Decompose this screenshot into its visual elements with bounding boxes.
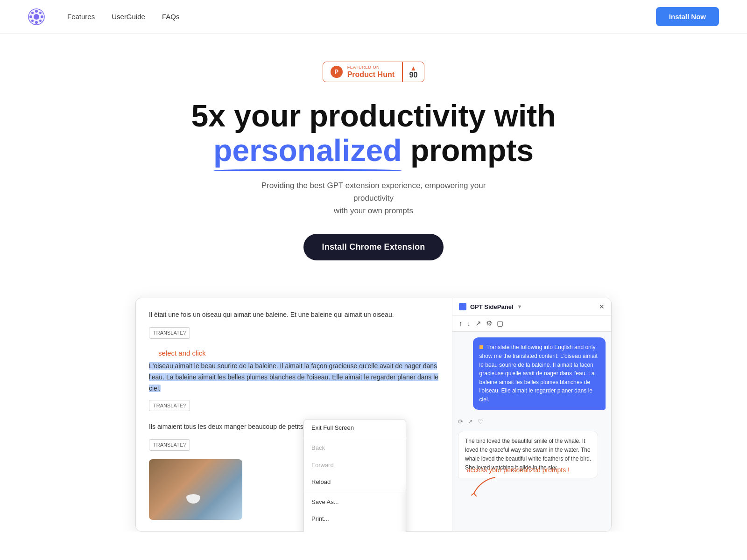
nav-features[interactable]: Features — [67, 13, 95, 21]
translate-badge-3[interactable]: TRANSLATE? — [149, 439, 190, 451]
like-icon[interactable]: ♡ — [478, 418, 483, 425]
ph-left: P FEATURED ON Product Hunt — [323, 65, 402, 79]
access-label-area: access your personalized prompts ! — [467, 466, 570, 499]
panel-title-text: GPT SidePanel — [470, 303, 513, 310]
hero-subtext: Providing the best GPT extension experie… — [252, 179, 495, 217]
arrow-icon — [467, 476, 504, 499]
svg-point-8 — [31, 20, 34, 22]
nav-left: Features UserGuide FAQs — [28, 8, 179, 25]
panel-body: Translate the following into English and… — [452, 332, 611, 531]
svg-point-5 — [41, 15, 43, 18]
user-message: Translate the following into English and… — [473, 337, 606, 409]
install-now-button[interactable]: Install Now — [656, 7, 719, 26]
svg-point-3 — [35, 21, 38, 24]
svg-point-1 — [34, 14, 39, 20]
french-text-1: Il était une fois un oiseau qui aimait u… — [149, 309, 439, 321]
share-icon[interactable]: ↗ — [468, 418, 473, 425]
install-chrome-button[interactable]: Install Chrome Extension — [303, 234, 444, 260]
cm-back[interactable]: Back — [304, 440, 406, 456]
demo-section: Il était une fois un oiseau qui aimait u… — [117, 298, 630, 532]
selected-text-span: L'oiseau aimait le beau sourire de la ba… — [149, 362, 438, 392]
ph-arrow-icon: ▲ — [410, 65, 416, 71]
headline-highlight: personalized — [213, 133, 402, 168]
hero-section: P FEATURED ON Product Hunt ▲ 90 5x your … — [0, 34, 747, 279]
toolbar-share-icon[interactable]: ↗ — [475, 319, 481, 328]
cm-reload[interactable]: Reload — [304, 474, 406, 490]
panel-dropdown-icon[interactable]: ▼ — [517, 304, 522, 309]
nav-links: Features UserGuide FAQs — [67, 13, 179, 21]
ph-vote-count: 90 — [409, 71, 418, 79]
toolbar-settings-icon[interactable]: ⚙ — [486, 319, 492, 328]
copy-icon[interactable]: ⟳ — [458, 418, 463, 425]
logo-icon — [28, 8, 45, 25]
cm-save-as[interactable]: Save As... — [304, 494, 406, 511]
navbar: Features UserGuide FAQs Install Now — [0, 0, 747, 34]
demo-webpage: Il était une fois un oiseau qui aimait u… — [136, 298, 452, 531]
hero-headline: 5x your productivity with personalized p… — [191, 99, 556, 168]
ph-featured-label: FEATURED ON — [347, 65, 380, 70]
msg-user-actions: ⟳ ↗ ♡ — [458, 418, 606, 425]
svg-point-4 — [29, 15, 32, 18]
toolbar-layout-icon[interactable]: ▢ — [497, 319, 503, 328]
select-click-label: select and click — [158, 347, 439, 359]
user-message-text: Translate the following into English and… — [479, 344, 598, 403]
selected-french-text: L'oiseau aimait le beau sourire de la ba… — [149, 361, 439, 394]
product-hunt-badge[interactable]: P FEATURED ON Product Hunt ▲ 90 — [323, 62, 425, 82]
headline-part3: prompts — [402, 133, 534, 168]
panel-logo-icon — [459, 303, 466, 310]
ph-votes: ▲ 90 — [403, 65, 424, 79]
svg-point-6 — [31, 12, 34, 14]
ph-icon: P — [331, 66, 343, 78]
cm-exit-fullscreen[interactable]: Exit Full Screen — [304, 420, 406, 436]
toolbar-upload-icon[interactable]: ↑ — [459, 319, 463, 328]
svg-point-7 — [39, 12, 42, 14]
cm-forward[interactable]: Forward — [304, 457, 406, 474]
svg-point-9 — [39, 20, 42, 22]
toolbar-download-icon[interactable]: ↓ — [467, 319, 471, 328]
msg-dot — [479, 345, 483, 349]
translate-badge-2[interactable]: TRANSLATE? — [149, 400, 190, 412]
cm-cast[interactable]: Cast... — [304, 527, 406, 532]
context-menu: Exit Full Screen Back Forward Reload Sav… — [303, 419, 406, 532]
ph-text-block: FEATURED ON Product Hunt — [347, 65, 395, 79]
translate-badge-1[interactable]: TRANSLATE? — [149, 327, 190, 339]
headline-part1: 5x your productivity with — [191, 98, 556, 133]
panel-toolbar: ↑ ↓ ↗ ⚙ ▢ — [452, 315, 611, 332]
ph-name: Product Hunt — [347, 70, 395, 79]
panel-close-icon[interactable]: ✕ — [599, 303, 605, 310]
panel-header-icons: ✕ — [599, 303, 605, 310]
cm-print[interactable]: Print... — [304, 511, 406, 527]
bird-image — [149, 459, 242, 520]
nav-userguide[interactable]: UserGuide — [112, 13, 145, 21]
panel-header: GPT SidePanel ▼ ✕ — [452, 298, 611, 315]
svg-point-2 — [35, 10, 38, 13]
panel-title: GPT SidePanel ▼ — [459, 303, 522, 310]
access-label: access your personalized prompts ! — [467, 466, 570, 474]
nav-faqs[interactable]: FAQs — [162, 13, 180, 21]
